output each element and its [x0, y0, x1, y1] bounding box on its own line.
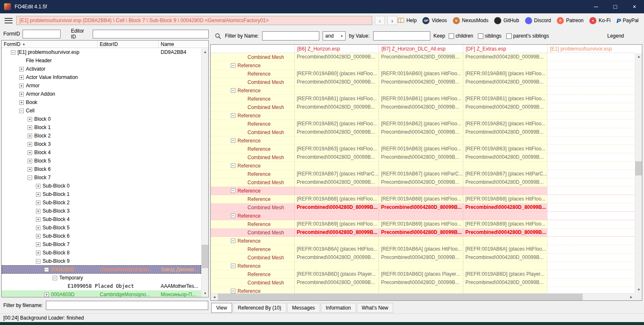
table-row[interactable]: Reference[REFR:0019AB6D] (places Player.… — [211, 270, 635, 279]
tree-row[interactable]: +Block 3 — [2, 140, 201, 148]
tree-row[interactable]: +Block 0 — [2, 115, 201, 123]
toolbar-link-paypal[interactable]: PPayPal — [616, 17, 639, 24]
expand-icon[interactable]: + — [36, 184, 40, 188]
left-tree-scrollbar[interactable]: ▲ ▼ — [201, 48, 208, 297]
table-row[interactable]: −Reference — [211, 137, 635, 145]
toolbar-link-videos[interactable]: GPVideos — [422, 17, 447, 24]
expand-icon[interactable]: + — [28, 125, 32, 130]
scroll-left-icon[interactable]: ◄ — [211, 294, 218, 301]
table-header-df-z-extras-esp[interactable]: [DF] Z_Extras.esp — [463, 45, 547, 53]
table-row[interactable]: −Reference — [211, 162, 635, 170]
scroll-up-icon[interactable]: ▲ — [635, 53, 642, 60]
table-row[interactable]: Combined MeshPrecombined\0004280D_00099B… — [211, 279, 635, 287]
scroll-right-icon[interactable]: ► — [628, 294, 635, 301]
toolbar-link-nexusmods[interactable]: NNexusMods — [453, 17, 488, 24]
table-row[interactable]: −Reference — [211, 237, 635, 245]
table-vertical-scrollbar[interactable]: ▲ ▼ — [635, 53, 642, 293]
tree-row[interactable]: +Sub-Block 1 — [2, 190, 201, 198]
keep-checkbox-parent-s-siblings[interactable]: parent's siblings — [506, 33, 549, 39]
tree-row[interactable]: File Header — [2, 56, 201, 65]
toolbar-link-help[interactable]: Help — [397, 18, 417, 23]
scroll-down-icon[interactable]: ▼ — [202, 290, 209, 297]
expand-icon[interactable]: + — [28, 150, 32, 155]
filter-operator-dropdown[interactable]: and ▼ — [323, 31, 346, 41]
toolbar-link-github[interactable]: GitHub — [494, 17, 519, 24]
tree-row[interactable]: −Block 7 — [2, 173, 201, 182]
collapse-icon[interactable]: − — [231, 63, 235, 68]
table-row[interactable]: Combined MeshPrecombined\0004280D_00099B… — [211, 153, 635, 162]
tree-row[interactable]: −Cell — [2, 107, 201, 115]
table-header-b7-z-horizon-dlc-all-esp[interactable]: [B7] Z_Horizon_DLC_All.esp — [379, 45, 463, 53]
formid-input[interactable] — [23, 30, 61, 38]
filename-filter-input[interactable] — [46, 301, 208, 310]
titlebar[interactable]: FO4Edit 4.1.5f ─ □ × — [0, 0, 644, 13]
collapse-icon[interactable]: − — [11, 50, 15, 55]
toolbar-link-patreon[interactable]: PPatreon — [557, 17, 583, 24]
table-row[interactable]: Combined MeshPrecombined\0004280D_80099B… — [211, 229, 635, 237]
table-row[interactable]: −Reference — [211, 187, 635, 195]
table-row[interactable]: Reference[REFR:0019AB6A] (places HitFloo… — [211, 245, 635, 254]
tree-row[interactable]: +Activator — [2, 65, 201, 73]
tree-row[interactable]: +Actor Value Information — [2, 73, 201, 81]
table-row[interactable]: −Reference — [211, 212, 635, 220]
table-row[interactable]: −Reference — [211, 287, 635, 293]
expand-icon[interactable]: + — [28, 134, 32, 138]
tree-row[interactable]: +Sub-Block 7 — [2, 240, 201, 249]
collapse-icon[interactable]: − — [231, 213, 235, 218]
expand-icon[interactable]: + — [19, 100, 24, 105]
table-row[interactable]: Combined MeshPrecombined\0004280D_00099B… — [211, 128, 635, 137]
expand-icon[interactable]: + — [36, 226, 40, 230]
forward-button[interactable]: › — [387, 16, 397, 25]
tree-row[interactable]: −Sub-Block 9 — [2, 257, 201, 265]
collapse-icon[interactable]: − — [231, 88, 235, 93]
filter-name-input[interactable] — [262, 31, 319, 41]
expand-icon[interactable]: + — [19, 75, 24, 80]
expand-icon[interactable]: + — [36, 192, 40, 197]
table-row[interactable]: Combined MeshPrecombined\0004280D_00099B… — [211, 78, 635, 86]
column-header-formid[interactable]: FormID ▲ — [2, 41, 98, 48]
collapse-icon[interactable]: − — [231, 239, 235, 243]
tree-row[interactable]: +Block 4 — [2, 148, 201, 157]
column-header-editorid[interactable]: EditorID — [98, 41, 159, 48]
scroll-down-icon[interactable]: ▼ — [635, 286, 642, 293]
tab-what-s-new[interactable]: What's New — [357, 303, 394, 313]
table-row[interactable]: Reference[REFR:0019AB67] (places HitParC… — [211, 170, 635, 178]
collapse-icon[interactable]: − — [231, 138, 235, 143]
scrollbar-thumb[interactable] — [635, 161, 642, 175]
expand-icon[interactable]: + — [28, 159, 32, 163]
table-row[interactable]: Reference[REFR:0019AB61] (places HitFloo… — [211, 95, 635, 103]
expand-icon[interactable]: + — [19, 92, 24, 96]
tree-row[interactable]: +Sub-Block 2 — [2, 198, 201, 207]
table-row[interactable]: −Reference — [211, 86, 635, 95]
expand-icon[interactable]: + — [36, 242, 40, 247]
table-row[interactable]: Combined MeshPrecombined\0004280D_00099B… — [211, 254, 635, 262]
expand-icon[interactable]: + — [19, 84, 24, 88]
keep-checkbox-children[interactable]: children — [449, 33, 473, 39]
table-row[interactable]: Reference[REFR:0019AB62] (places HitFloo… — [211, 120, 635, 128]
editorid-input[interactable] — [93, 30, 209, 38]
tree-row[interactable]: +Sub-Block 0 — [2, 182, 201, 190]
scrollbar-thumb[interactable] — [202, 245, 209, 268]
table-row[interactable]: Combined MeshPrecombined\0004280D_00099B… — [211, 178, 635, 187]
tree-row[interactable]: +Sub-Block 3 — [2, 207, 201, 215]
filter-value-input[interactable] — [373, 31, 430, 41]
toolbar-link-discord[interactable]: Discord — [525, 17, 551, 24]
tree-row[interactable]: +Sub-Block 8 — [2, 249, 201, 257]
expand-icon[interactable]: + — [36, 209, 40, 213]
expand-icon[interactable]: + — [36, 217, 40, 222]
checkbox-icon[interactable] — [449, 33, 454, 39]
collapse-icon[interactable]: − — [53, 276, 57, 280]
table-row[interactable]: Reference[REFR:0019AB68] (places HitFloo… — [211, 195, 635, 203]
menu-icon[interactable] — [5, 18, 13, 23]
collapse-icon[interactable]: − — [231, 113, 235, 118]
table-row[interactable]: Combined MeshPrecombined\0004280D_00099B… — [211, 103, 635, 112]
collapse-icon[interactable]: − — [28, 175, 32, 180]
table-row[interactable]: −Reference — [211, 61, 635, 70]
tree-row[interactable]: +Armor Addon — [2, 90, 201, 98]
tab-view[interactable]: View — [211, 303, 232, 313]
collapse-icon[interactable]: − — [19, 109, 24, 113]
navigation-path-combobox[interactable] — [16, 16, 372, 25]
maximize-button[interactable]: □ — [606, 0, 625, 13]
tree-row[interactable]: −[E1] problemsofsurvivor.espDD9A2BB4 — [2, 48, 201, 56]
table-row[interactable]: Reference[REFR:0019AB69] (places HitFloo… — [211, 220, 635, 229]
